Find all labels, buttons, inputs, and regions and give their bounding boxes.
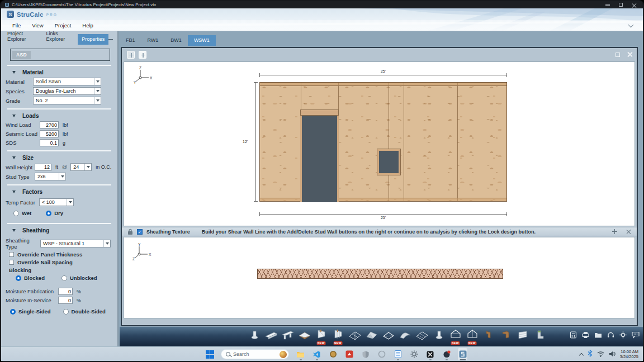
collapse-panel-icon[interactable] <box>108 39 113 40</box>
wifi-icon[interactable] <box>597 349 604 359</box>
collapse-arrow-icon[interactable] <box>12 229 16 232</box>
dry-radio[interactable] <box>46 211 51 216</box>
window-opening[interactable] <box>377 149 400 175</box>
stud-wall-icon[interactable]: NEW <box>331 328 345 345</box>
seismic-load-input[interactable] <box>40 130 59 137</box>
wall-height-input[interactable] <box>35 164 51 171</box>
override-panel-checkbox[interactable] <box>9 252 14 257</box>
maximize-icon[interactable] <box>619 3 623 7</box>
x-app-icon[interactable] <box>425 348 435 360</box>
gray-circle-app-icon[interactable] <box>377 348 386 360</box>
add-stud-wall-button[interactable] <box>127 51 135 59</box>
pdf-app-icon[interactable] <box>344 348 354 360</box>
material-dropdown[interactable]: Solid Sawn <box>33 78 101 85</box>
double-sided-radio[interactable] <box>63 309 69 315</box>
wind-load-input[interactable] <box>40 121 59 128</box>
chat-icon[interactable] <box>632 331 640 339</box>
sheathing-type-dropdown[interactable]: WSP - Structural 1 <box>40 240 111 247</box>
section-size[interactable]: Size <box>12 155 117 161</box>
collapse-arrow-icon[interactable] <box>12 156 16 159</box>
bluetooth-icon[interactable] <box>588 349 593 359</box>
section-material[interactable]: Material <box>12 69 117 75</box>
unblocked-radio[interactable] <box>61 275 67 281</box>
retaining-wall-icon[interactable] <box>532 328 546 345</box>
beam-icon[interactable] <box>264 328 278 345</box>
menu-help[interactable]: Help <box>77 21 99 30</box>
tab-project-explorer[interactable]: Project Explorer <box>3 28 42 45</box>
curved-roof-icon[interactable] <box>398 328 412 345</box>
close-view-icon[interactable] <box>627 52 632 57</box>
wall-beam-icon[interactable] <box>281 328 295 345</box>
moisture-fab-input[interactable] <box>58 288 73 295</box>
add-icon[interactable] <box>612 229 617 234</box>
collapse-arrow-icon[interactable] <box>12 115 16 117</box>
vscode-icon[interactable] <box>312 348 321 360</box>
species-dropdown[interactable]: Douglas Fir-Larch <box>33 87 101 95</box>
settings-app-icon[interactable] <box>409 348 419 360</box>
post-base-icon[interactable] <box>432 328 446 345</box>
gold-app-icon[interactable] <box>328 348 338 360</box>
door-opening[interactable] <box>300 116 339 202</box>
collapse-arrow-icon[interactable] <box>12 190 16 193</box>
blocked-radio[interactable] <box>16 275 21 281</box>
folder-icon[interactable] <box>594 332 602 339</box>
notes-app-icon[interactable] <box>393 348 402 360</box>
maximize-view-icon[interactable] <box>615 53 620 57</box>
calculator-icon[interactable] <box>570 331 577 339</box>
tab-properties[interactable]: Properties <box>78 34 108 45</box>
tray-clock[interactable]: 10:00 AM 3/24/2025 <box>620 349 638 359</box>
settings-gear-icon[interactable] <box>619 331 627 339</box>
section-sheathing[interactable]: Sheathing <box>12 227 117 234</box>
shield-app-icon[interactable] <box>361 348 370 360</box>
stud-type-dropdown[interactable]: 2x6 <box>35 173 66 180</box>
minimize-icon[interactable] <box>605 4 610 6</box>
design-method-box[interactable]: ASD <box>10 49 110 61</box>
stud-spacing-dropdown[interactable]: 24 <box>70 163 92 171</box>
tab-rw1[interactable]: RW1 <box>141 35 165 46</box>
sds-input[interactable] <box>40 139 59 146</box>
column-post-icon[interactable] <box>247 328 261 345</box>
section-loads[interactable]: Loads <box>12 113 117 119</box>
close-icon[interactable] <box>632 3 636 7</box>
volume-icon[interactable] <box>609 349 615 359</box>
close-panel-icon[interactable] <box>626 229 631 234</box>
shear-wall-plan[interactable] <box>257 269 503 279</box>
window-titlebar[interactable]: C:\Users\JKPE\Documents\The Vitruvius Pr… <box>1 1 643 8</box>
collapse-arrow-icon[interactable] <box>12 71 16 74</box>
tray-chevron-up-icon[interactable] <box>579 353 583 357</box>
sds-unit: g <box>63 140 65 146</box>
strucalc-taskbar-icon[interactable] <box>458 348 467 360</box>
file-explorer-icon[interactable] <box>296 348 305 360</box>
tab-fb1[interactable]: FB1 <box>120 35 141 46</box>
grade-dropdown[interactable]: No. 2 <box>33 97 101 104</box>
roof-framing-icon[interactable] <box>348 328 362 345</box>
masonry-wall-icon[interactable] <box>515 328 529 345</box>
sheathing-texture-checkbox[interactable]: ✓ <box>137 229 143 235</box>
notification-app-icon[interactable] <box>442 348 451 360</box>
moisture-service-input[interactable] <box>58 297 73 304</box>
shear-wall-icon[interactable]: NEW <box>314 328 328 345</box>
hip-roof-icon[interactable] <box>364 328 378 345</box>
tab-wsw1[interactable]: WSW1 <box>188 35 216 46</box>
shear-wall-elevation[interactable] <box>259 82 507 202</box>
house-frame-icon[interactable]: NEW <box>448 328 462 345</box>
gable-roof-icon[interactable] <box>381 328 395 345</box>
taskbar-search[interactable]: Search <box>221 349 289 359</box>
complex-roof-icon[interactable] <box>415 328 429 345</box>
tab-links-explorer[interactable]: Links Explorer <box>42 28 78 45</box>
single-sided-radio[interactable] <box>10 309 16 315</box>
temp-factor-dropdown[interactable]: < 100 <box>39 198 74 206</box>
wood-connection-2-icon[interactable] <box>499 328 513 345</box>
start-button[interactable] <box>206 350 214 359</box>
section-factors[interactable]: Factors <box>12 189 117 195</box>
floor-framing-icon[interactable] <box>297 328 311 345</box>
support-headset-icon[interactable] <box>607 331 614 339</box>
delete-stud-wall-button[interactable] <box>139 51 146 59</box>
tab-bw1[interactable]: BW1 <box>164 35 188 46</box>
wood-connection-icon[interactable] <box>482 328 496 345</box>
house-frame-2-icon[interactable]: NEW <box>465 328 479 345</box>
chevron-down-icon[interactable] <box>628 22 634 27</box>
printer-icon[interactable] <box>582 331 589 339</box>
wet-radio[interactable] <box>13 211 19 216</box>
override-nail-checkbox[interactable] <box>9 260 14 265</box>
